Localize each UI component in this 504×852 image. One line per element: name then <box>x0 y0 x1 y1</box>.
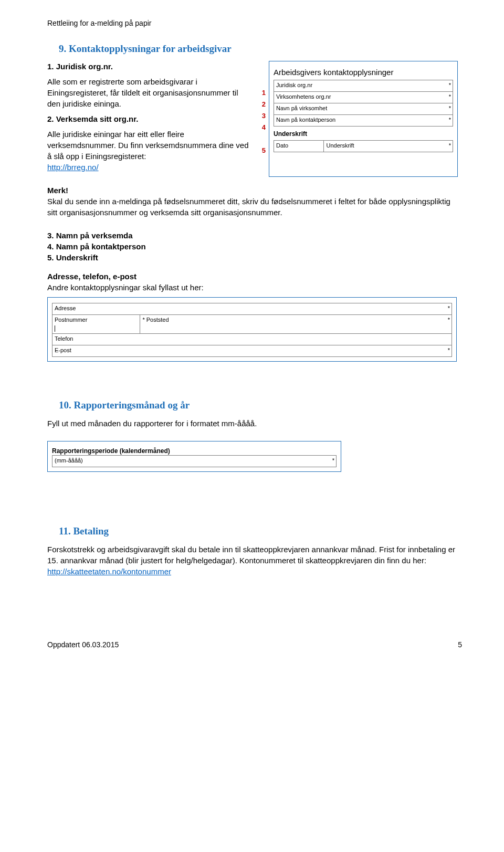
section-10-para: Fyll ut med månaden du rapporterer for i… <box>47 418 462 429</box>
signature-table: Dato Underskrift <box>274 140 453 152</box>
field-poststed[interactable]: * Poststed <box>140 315 452 334</box>
field-poststed-label: Poststed <box>146 317 169 323</box>
subhead-1: 1. Juridisk org.nr. <box>47 61 252 72</box>
list-item-4: 4. Namn på kontaktperson <box>47 241 462 252</box>
field-kontaktperson[interactable]: Navn på kontaktperson <box>274 115 453 127</box>
section-10-title: 10. Rapporteringsmånad og år <box>59 398 462 413</box>
merk-para: Skal du sende inn a-meldinga på fødselsn… <box>47 196 462 218</box>
field-adresse[interactable]: Adresse <box>52 303 452 315</box>
period-form-title: Rapporteringsperiode (kalendermåned) <box>52 447 337 456</box>
number-annotations: 1 2 3 4 5 <box>257 61 269 177</box>
contact-form-title: Arbeidsgivers kontaktopplysninger <box>274 67 453 78</box>
field-virksomhet-navn[interactable]: Navn på virksomhet <box>274 103 453 115</box>
address-form-table: Adresse Postnummer * Poststed Telefon E-… <box>52 303 452 357</box>
period-form-box: Rapporteringsperiode (kalendermåned) (mm… <box>47 441 341 472</box>
underskrift-label: Underskrift <box>274 130 453 139</box>
brreg-link[interactable]: http://brreg.no/ <box>47 163 99 172</box>
section-9-left: 1. Juridisk org.nr. Alle som er registre… <box>47 61 252 177</box>
text-cursor-icon <box>55 325 55 332</box>
num-3: 3 <box>257 110 266 122</box>
para-1: Alle som er registrerte som arbeidsgivar… <box>47 76 252 109</box>
star-prefix: * <box>142 317 144 323</box>
section-9-right: 1 2 3 4 5 Arbeidsgivers kontaktopplysnin… <box>257 61 458 177</box>
section-11-para: Forskotstrekk og arbeidsgivaravgift skal… <box>47 544 462 577</box>
section-11-text: Forskotstrekk og arbeidsgivaravgift skal… <box>47 545 455 565</box>
field-dato[interactable]: Dato <box>274 140 324 152</box>
field-epost[interactable]: E-post <box>52 345 452 356</box>
list-item-3: 3. Namn på verksemda <box>47 230 462 241</box>
merk-label: Merk! <box>47 185 462 196</box>
field-virksomhet-orgnr[interactable]: Virksomhetens org.nr <box>274 92 453 103</box>
field-postnummer-label: Postnummer <box>55 317 87 323</box>
field-underskrift[interactable]: Underskrift <box>324 140 453 152</box>
footer-date: Oppdatert 06.03.2015 <box>47 640 119 650</box>
para-2-text: Alle juridiske einingar har eitt eller f… <box>47 130 248 161</box>
contact-form-table: Juridisk org.nr Virksomhetens org.nr Nav… <box>274 80 453 127</box>
address-para: Andre kontaktopplysningar skal fyllast u… <box>47 282 462 293</box>
page-number: 5 <box>458 640 462 650</box>
subhead-2: 2. Verksemda sitt org.nr. <box>47 113 252 124</box>
contact-form-box: Arbeidsgivers kontaktopplysninger Juridi… <box>269 61 458 177</box>
address-form-box: Adresse Postnummer * Poststed Telefon E-… <box>47 297 457 362</box>
num-4: 4 <box>257 122 266 133</box>
num-5: 5 <box>257 145 266 156</box>
section-9-columns: 1. Juridisk org.nr. Alle som er registre… <box>47 61 462 177</box>
page-footer: Oppdatert 06.03.2015 5 <box>47 640 462 650</box>
num-1: 1 <box>257 87 266 99</box>
skatteetaten-link[interactable]: http://skatteetaten.no/kontonummer <box>47 567 171 576</box>
field-telefon[interactable]: Telefon <box>52 333 452 345</box>
section-11-title: 11. Betaling <box>59 524 462 539</box>
document-header: Rettleiing for a-melding på papir <box>47 18 462 29</box>
list-item-5: 5. Underskrift <box>47 252 462 263</box>
para-2: Alle juridiske einingar har eitt eller f… <box>47 129 252 173</box>
num-2: 2 <box>257 99 266 110</box>
period-form-table: (mm-åååå) <box>52 455 337 467</box>
field-postnummer[interactable]: Postnummer <box>52 315 140 334</box>
section-9-title: 9. Kontaktopplysningar for arbeidsgivar <box>59 42 462 56</box>
field-period[interactable]: (mm-åååå) <box>52 456 337 467</box>
address-heading: Adresse, telefon, e-post <box>47 271 462 282</box>
field-juridisk-orgnr[interactable]: Juridisk org.nr <box>274 80 453 92</box>
